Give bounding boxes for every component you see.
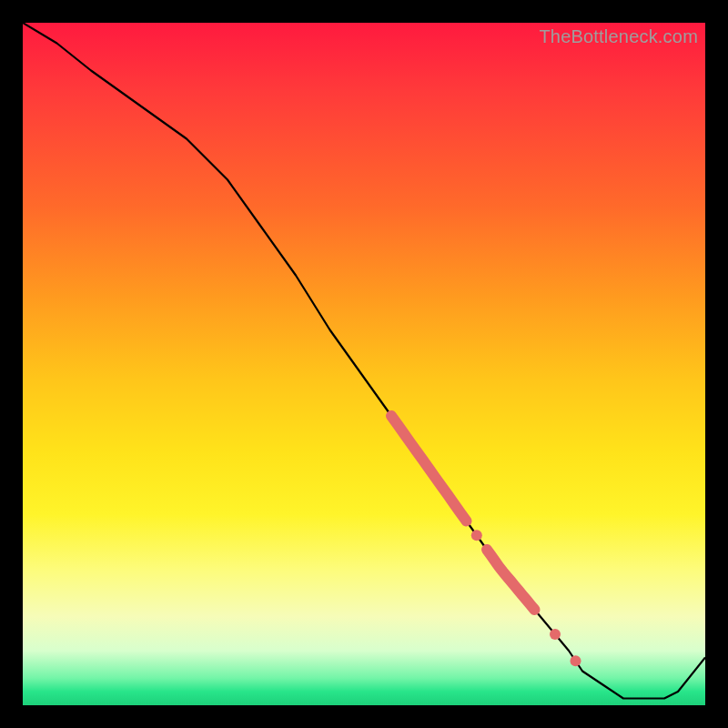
bottleneck-curve — [23, 23, 705, 699]
chart-svg — [23, 23, 705, 705]
highlight-dot — [471, 530, 482, 541]
highlight-markers — [391, 416, 581, 666]
highlight-dot — [571, 655, 581, 666]
highlight-segment — [391, 416, 467, 521]
highlight-segment — [487, 550, 535, 610]
plot-area: TheBottleneck.com — [23, 23, 705, 705]
highlight-dot — [550, 629, 561, 640]
chart-frame: TheBottleneck.com — [0, 0, 728, 728]
